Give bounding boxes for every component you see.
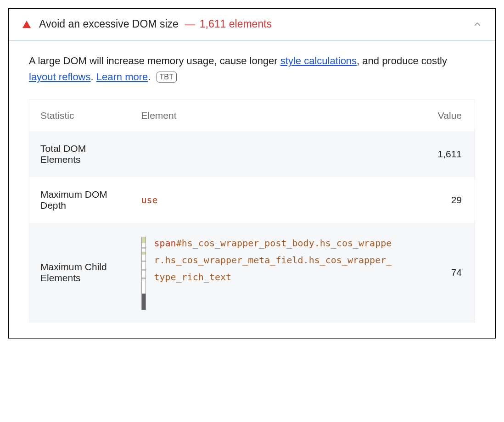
- stat-value: 74: [425, 223, 475, 322]
- link-learn-more[interactable]: Learn more: [96, 71, 148, 83]
- audit-card: Avoid an excessive DOM size — 1,611 elem…: [8, 8, 496, 339]
- chevron-up-icon[interactable]: [473, 20, 482, 28]
- element-cell: [130, 131, 425, 177]
- table-header-row: Statistic Element Value: [29, 100, 475, 132]
- element-thumbnail: [141, 237, 146, 310]
- stat-label: Maximum Child Elements: [29, 223, 130, 322]
- audit-summary: 1,611 elements: [200, 18, 272, 30]
- element-tag: span: [154, 238, 176, 249]
- description-text: .: [91, 71, 96, 83]
- audit-header[interactable]: Avoid an excessive DOM size — 1,611 elem…: [9, 9, 495, 41]
- element-tag: use: [141, 194, 158, 205]
- stats-table: Statistic Element Value Total DOM Elemen…: [29, 100, 475, 322]
- table-row: Maximum DOM Depth use 29: [29, 177, 475, 223]
- audit-title: Avoid an excessive DOM size: [39, 18, 179, 30]
- audit-description: A large DOM will increase memory usage, …: [29, 53, 475, 85]
- tbt-badge: TBT: [157, 72, 177, 83]
- audit-separator: —: [185, 18, 195, 30]
- element-cell: span#hs_cos_wrapper_post_body.hs_cos_wra…: [130, 223, 425, 322]
- element-cell: use: [130, 177, 425, 223]
- stat-label: Total DOM Elements: [29, 131, 130, 177]
- description-text: , and produce costly: [357, 55, 447, 67]
- stat-value: 1,611: [425, 131, 475, 177]
- stat-label: Maximum DOM Depth: [29, 177, 130, 223]
- col-element: Element: [130, 100, 425, 132]
- stat-value: 29: [425, 177, 475, 223]
- link-layout-reflows[interactable]: layout reflows: [29, 71, 91, 83]
- audit-body: A large DOM will increase memory usage, …: [9, 41, 495, 338]
- element-selector-rest: #hs_cos_wrapper_post_body.hs_cos_wrapper…: [154, 238, 392, 283]
- warning-triangle-icon: [22, 21, 31, 28]
- link-style-calculations[interactable]: style calculations: [280, 55, 357, 67]
- table-row: Maximum Child Elements span#hs_cos_wrapp…: [29, 223, 475, 322]
- col-value: Value: [425, 100, 475, 132]
- element-selector: span#hs_cos_wrapper_post_body.hs_cos_wra…: [154, 235, 393, 286]
- col-statistic: Statistic: [29, 100, 130, 132]
- description-text: A large DOM will increase memory usage, …: [29, 55, 280, 67]
- table-row: Total DOM Elements 1,611: [29, 131, 475, 177]
